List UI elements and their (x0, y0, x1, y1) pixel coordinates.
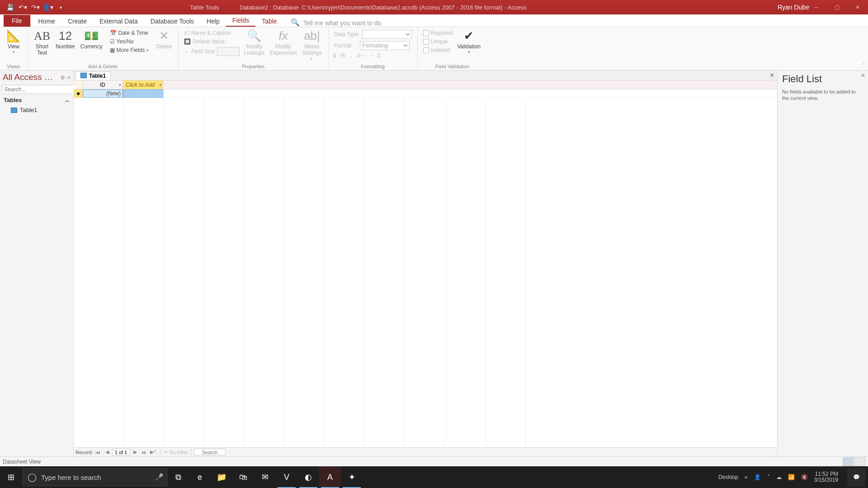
user-icon[interactable]: 👤▾ (42, 2, 53, 13)
volume-icon[interactable]: 🔇 (801, 474, 808, 480)
ribbon-group-add-delete: ABShort Text 12Number 💵Currency 📅Date & … (28, 27, 179, 70)
contextual-tab-label: Table Tools (190, 0, 219, 14)
column-headers: ID▾ Click to Add▾ (74, 80, 777, 89)
next-record-button[interactable]: ▶ (131, 449, 139, 455)
column-header-click-to-add[interactable]: Click to Add▾ (123, 80, 163, 89)
collapse-ribbon-icon[interactable]: ˄ (863, 63, 865, 69)
date-time-button[interactable]: 📅Date & Time (108, 29, 151, 37)
taskbar-file-explorer[interactable]: 📁 (211, 466, 232, 488)
nav-search-input[interactable] (2, 85, 74, 94)
undo-icon[interactable]: ↶▾ (17, 2, 28, 13)
collapse-group-icon[interactable]: ︽ (65, 97, 70, 103)
nav-collapse-icon[interactable]: « (67, 74, 71, 80)
tab-home[interactable]: Home (32, 16, 61, 27)
close-button[interactable]: ✕ (847, 0, 868, 14)
row-selector-new[interactable]: ✱ (74, 89, 83, 98)
redo-icon[interactable]: ↷▾ (30, 2, 41, 13)
select-all-cell[interactable] (74, 80, 83, 89)
column-dropdown-icon[interactable]: ▾ (159, 83, 161, 87)
data-type-row: Data Type: (332, 29, 414, 40)
column-dropdown-icon[interactable]: ▾ (119, 83, 121, 87)
checkbox-icon (423, 47, 429, 53)
last-record-button[interactable]: ⏭ (140, 449, 148, 455)
datasheet[interactable]: ID▾ Click to Add▾ ✱ (New) (74, 80, 777, 447)
save-icon[interactable]: 💾 (5, 2, 15, 13)
minimize-button[interactable]: ─ (806, 0, 826, 14)
close-pane-icon[interactable]: ✕ (861, 72, 865, 79)
desktop-toolbar[interactable]: Desktop (718, 474, 738, 480)
nav-item-table1[interactable]: Table1 (0, 105, 73, 115)
decrease-decimals-icon: ←.0 (370, 52, 380, 59)
onedrive-icon[interactable]: ☁ (776, 474, 782, 480)
tray-overflow-icon[interactable]: » (745, 474, 748, 480)
design-view-shortcut[interactable] (854, 457, 865, 466)
qat-more-icon[interactable]: ▾ (55, 2, 66, 13)
start-button[interactable]: ⊞ (0, 466, 22, 488)
close-document-icon[interactable]: ✕ (769, 72, 774, 79)
datasheet-view-shortcut[interactable] (843, 457, 854, 466)
nav-dropdown-icon[interactable]: ⊙ (61, 75, 65, 80)
maximize-button[interactable]: ▢ (826, 0, 847, 14)
document-tab-table1[interactable]: Table1 (75, 71, 111, 80)
new-record-button[interactable]: ▶* (149, 449, 157, 455)
nav-pane-header[interactable]: All Access … ⊙ « (0, 70, 73, 84)
taskbar-clock[interactable]: 11:52 PM 3/15/2019 (814, 471, 838, 483)
window-title: Database2 : Database- C:\Users\ryjen\Doc… (240, 0, 526, 14)
status-view-mode: Datasheet View (3, 459, 41, 465)
tab-table[interactable]: Table (255, 16, 283, 27)
increase-decimals-icon: .0→ (356, 52, 366, 59)
action-center-icon[interactable]: 💬 (847, 468, 865, 486)
tray-expand-icon[interactable]: ˄ (767, 474, 770, 480)
tellme-search-input[interactable]: Tell me what you want to do (303, 19, 382, 27)
short-text-button[interactable]: ABShort Text (31, 29, 53, 56)
taskbar-mail[interactable]: ✉ (254, 466, 276, 488)
taskbar-access[interactable]: A (319, 466, 341, 488)
wifi-icon[interactable]: 📶 (788, 474, 795, 480)
yes-no-button[interactable]: ☑Yes/No (108, 38, 151, 46)
tab-file[interactable]: File (4, 15, 30, 27)
tab-help[interactable]: Help (200, 16, 226, 27)
system-tray: Desktop » 👤 ˄ ☁ 📶 🔇 11:52 PM 3/15/2019 💬 (718, 468, 868, 486)
taskbar-edge[interactable]: e (189, 466, 211, 488)
number-button[interactable]: 12Number (53, 29, 78, 50)
task-view-button[interactable]: ⧉ (167, 466, 189, 488)
prev-record-button[interactable]: ◀ (103, 449, 111, 455)
delete-field-button: ✕Delete (153, 29, 175, 50)
people-icon[interactable]: 👤 (754, 474, 761, 480)
cell-add-new[interactable] (123, 89, 163, 98)
ribbon-group-views-label: Views (4, 64, 24, 70)
document-area: Table1 ✕ ID▾ Click to Add▾ ✱ (New) (74, 70, 778, 456)
more-fields-button[interactable]: ▦More Fields▾ (108, 46, 151, 54)
tab-fields[interactable]: Fields (226, 15, 255, 27)
datasheet-search-input[interactable] (194, 449, 226, 455)
delete-icon: ✕ (159, 29, 169, 43)
default-value-button: 🔲Default Value (182, 38, 241, 46)
validation-icon: ✔ (464, 29, 474, 43)
tab-database-tools[interactable]: Database Tools (144, 16, 200, 27)
tab-create[interactable]: Create (61, 16, 93, 27)
content-area: All Access … ⊙ « 🔍 Tables ︽ Table1 Table… (0, 70, 868, 456)
cell-id-new[interactable]: (New) (83, 89, 123, 98)
tellme-search-icon[interactable]: 🔍 (291, 18, 300, 27)
taskbar-app[interactable]: ✦ (341, 466, 363, 488)
datasheet-new-row[interactable]: ✱ (New) (74, 89, 777, 98)
first-record-button[interactable]: ⏮ (94, 449, 102, 455)
tab-external-data[interactable]: External Data (93, 16, 144, 27)
nav-group-tables[interactable]: Tables ︽ (0, 95, 73, 105)
taskbar-store[interactable]: 🛍 (232, 466, 254, 488)
validation-button[interactable]: ✔Validation▾ (454, 29, 483, 55)
nav-search[interactable]: 🔍 (2, 85, 71, 94)
column-header-id[interactable]: ID▾ (83, 80, 123, 89)
currency-button[interactable]: 💵Currency (78, 29, 105, 50)
cortana-search-placeholder: Type here to search (41, 474, 151, 481)
record-position-input[interactable] (112, 449, 130, 455)
fx-icon: fx (279, 29, 288, 43)
taskbar-chrome[interactable]: ◐ (297, 466, 319, 488)
microphone-icon[interactable]: 🎤 (151, 473, 167, 481)
signed-in-user[interactable]: Ryan Dube (778, 0, 809, 14)
view-button[interactable]: 📐 View ▾ (4, 29, 24, 55)
taskbar-vivaldi[interactable]: V (276, 466, 297, 488)
cortana-search[interactable]: ◯ Type here to search 🎤 (23, 468, 167, 486)
datasheet-view-icon: 📐 (6, 29, 21, 43)
format-row: Format:Formatting (332, 40, 414, 51)
